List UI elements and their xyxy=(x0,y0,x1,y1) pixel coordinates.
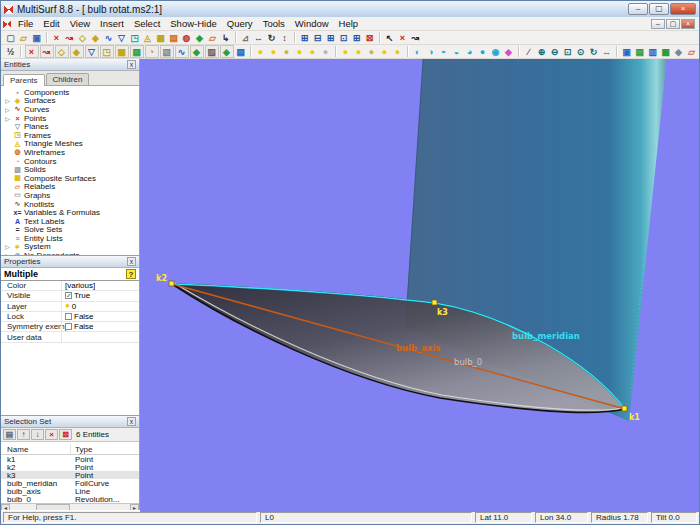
property-value[interactable]: ✓True xyxy=(61,291,139,300)
property-value[interactable]: False xyxy=(61,322,139,331)
select-point-icon[interactable]: × xyxy=(396,31,409,44)
tree-item-composite-surfaces[interactable]: ▦Composite Surfaces xyxy=(1,174,139,183)
list-details-icon[interactable]: ▤ xyxy=(3,429,16,440)
close-window-icon[interactable]: ⊠ xyxy=(363,31,376,44)
toggle-solids-icon[interactable]: ▧ xyxy=(160,45,174,58)
show-curves-icon[interactable]: ● xyxy=(352,45,365,58)
toggle-meshes-icon[interactable]: ▦ xyxy=(115,45,129,58)
insert-plane-icon[interactable]: ▽ xyxy=(115,31,128,44)
zoom-in-icon[interactable]: ⊕ xyxy=(535,45,548,58)
tree-item-relabels[interactable]: ▱Relabels xyxy=(1,183,139,192)
checkbox-icon[interactable] xyxy=(65,313,72,320)
insert-curve-icon[interactable]: ↝ xyxy=(63,31,76,44)
pointer-mode-icon[interactable]: ∕ xyxy=(522,45,535,58)
tree-item-solids[interactable]: ▧Solids xyxy=(1,165,139,174)
save-icon[interactable]: ▣ xyxy=(30,31,43,44)
insert-relabel-icon[interactable]: ▱ xyxy=(206,31,219,44)
tree-item-components[interactable]: ▪Components xyxy=(1,88,139,97)
flag-icon[interactable]: ▱ xyxy=(685,45,698,58)
tree-item-curves[interactable]: ▷∿Curves xyxy=(1,105,139,114)
help-icon[interactable]: ? xyxy=(126,269,136,279)
show-children-icon[interactable]: ● xyxy=(306,45,319,58)
checkbox-icon[interactable] xyxy=(65,323,72,330)
viewport-3d[interactable]: bulb_meridian bulb_axis bulb_0 k2 k3 k1 xyxy=(140,59,699,510)
open-file-icon[interactable]: ▱ xyxy=(17,31,30,44)
expander-icon[interactable]: ▷ xyxy=(4,97,11,104)
expander-icon[interactable]: ▷ xyxy=(4,106,11,113)
perspective-view-icon[interactable]: ◉ xyxy=(489,45,502,58)
tile-horizontal-icon[interactable]: ⊟ xyxy=(311,31,324,44)
select-arrow-icon[interactable]: ↖ xyxy=(383,31,396,44)
copy-image-icon[interactable]: ▤ xyxy=(633,45,646,58)
new-window-icon[interactable]: ⊞ xyxy=(350,31,363,44)
tree-item-planes[interactable]: ▽Planes xyxy=(1,122,139,131)
mdi-restore-button[interactable]: ▢ xyxy=(666,19,680,29)
move-entity-icon[interactable]: ↔ xyxy=(252,31,265,44)
back-view-icon[interactable]: ◑ xyxy=(424,45,437,58)
show-labels-icon[interactable]: ● xyxy=(378,45,391,58)
tree-item-graphs[interactable]: ▭Graphs xyxy=(1,191,139,200)
show-visible-icon[interactable]: ● xyxy=(267,45,280,58)
top-view-icon[interactable]: ◓ xyxy=(437,45,450,58)
tree-item-contours[interactable]: ◔Contours xyxy=(1,157,139,166)
toggle-knots-icon[interactable]: ▨ xyxy=(205,45,219,58)
property-value[interactable]: ●0 xyxy=(61,302,139,311)
mdi-minimize-button[interactable]: – xyxy=(651,19,665,29)
tree-item-surfaces[interactable]: ▷◈Surfaces xyxy=(1,97,139,106)
iso-view-icon[interactable]: ● xyxy=(476,45,489,58)
scale-entity-icon[interactable]: ↕ xyxy=(278,31,291,44)
property-value[interactable] xyxy=(61,332,139,341)
restore-button[interactable]: ▢ xyxy=(649,3,669,15)
display-precision-icon[interactable]: ½ xyxy=(4,45,17,58)
toggle-planes-icon[interactable]: ▽ xyxy=(85,45,99,58)
tree-item-knotlists[interactable]: ∿Knotlists xyxy=(1,200,139,209)
new-file-icon[interactable]: ▢ xyxy=(4,31,17,44)
tree-item-solve-sets[interactable]: =Solve Sets xyxy=(1,226,139,235)
menu-window[interactable]: Window xyxy=(290,17,334,30)
property-value[interactable]: False xyxy=(61,312,139,321)
selection-close-icon[interactable]: x xyxy=(127,417,136,426)
zoom-window-icon[interactable]: ⊡ xyxy=(561,45,574,58)
toggle-wireframes-icon[interactable]: ◔ xyxy=(145,45,159,58)
tile-vertical-icon[interactable]: ⊞ xyxy=(324,31,337,44)
menu-file[interactable]: File xyxy=(13,17,38,30)
insert-magnet-icon[interactable]: ◇ xyxy=(76,31,89,44)
show-parents-icon[interactable]: ● xyxy=(293,45,306,58)
move-down-icon[interactable]: ↓ xyxy=(31,429,44,440)
insert-arrow-icon[interactable]: ↳ xyxy=(219,31,232,44)
menu-show-hide[interactable]: Show-Hide xyxy=(165,17,221,30)
insert-frame-icon[interactable]: ◳ xyxy=(128,31,141,44)
tree-item-frames[interactable]: ◳Frames xyxy=(1,131,139,140)
toggle-magnets-icon[interactable]: ◇ xyxy=(55,45,69,58)
side-view-icon[interactable]: ◕ xyxy=(463,45,476,58)
split-window-icon[interactable]: ⊡ xyxy=(337,31,350,44)
entities-close-icon[interactable]: x xyxy=(127,60,136,69)
show-surfaces-icon[interactable]: ● xyxy=(339,45,352,58)
select-curve-icon[interactable]: ↝ xyxy=(409,31,422,44)
mdi-close-button[interactable]: × xyxy=(681,19,695,29)
property-value[interactable]: [various] xyxy=(61,281,139,290)
show-all-icon[interactable]: ● xyxy=(254,45,267,58)
checkbox-checked-icon[interactable]: ✓ xyxy=(65,292,72,299)
bottom-view-icon[interactable]: ◒ xyxy=(450,45,463,58)
show-wireframe-icon[interactable]: ● xyxy=(391,45,404,58)
menu-edit[interactable]: Edit xyxy=(38,17,64,30)
move-up-icon[interactable]: ↑ xyxy=(17,429,30,440)
toggle-frames-icon[interactable]: ◳ xyxy=(100,45,114,58)
zoom-out-icon[interactable]: ⊖ xyxy=(548,45,561,58)
duplicate-icon[interactable]: ▦ xyxy=(659,45,672,58)
stack-icon[interactable]: ◆ xyxy=(672,45,685,58)
tree-item-points[interactable]: ▷×Points xyxy=(1,114,139,123)
insert-composite-icon[interactable]: ▦ xyxy=(154,31,167,44)
column-type[interactable]: Type xyxy=(71,445,139,454)
toggle-points-icon[interactable]: × xyxy=(25,45,39,58)
tab-parents[interactable]: Parents xyxy=(3,74,45,86)
magnet-mode-icon[interactable]: ◆ xyxy=(502,45,515,58)
rotate-entity-icon[interactable]: ↻ xyxy=(265,31,278,44)
toggle-composites-icon[interactable]: ◈ xyxy=(220,45,234,58)
insert-surface-icon[interactable]: ◈ xyxy=(89,31,102,44)
tab-children[interactable]: Children xyxy=(46,73,90,85)
tree-item-wireframes[interactable]: ◍Wireframes xyxy=(1,148,139,157)
insert-point-icon[interactable]: × xyxy=(50,31,63,44)
insert-wireframe-icon[interactable]: ◍ xyxy=(180,31,193,44)
